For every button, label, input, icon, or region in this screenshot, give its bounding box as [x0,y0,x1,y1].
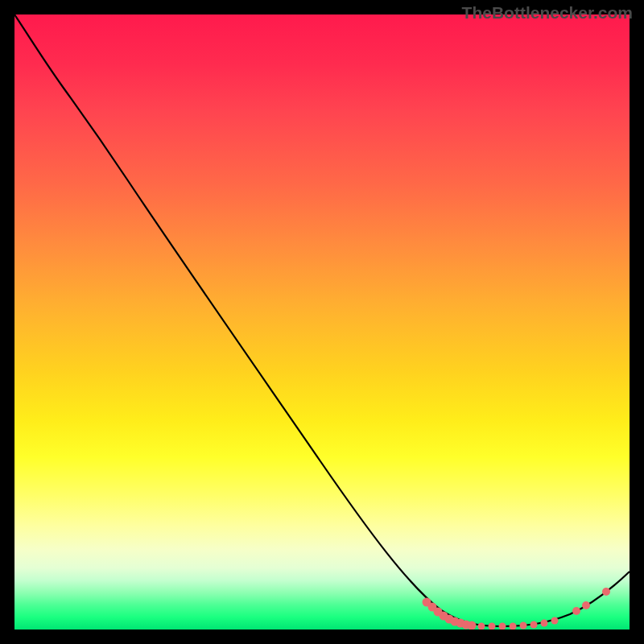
marker-cluster-left [423,598,477,630]
plot-area [14,14,630,630]
svg-point-16 [551,617,559,625]
svg-point-8 [468,621,477,630]
svg-point-18 [582,601,590,609]
svg-point-19 [602,588,610,596]
svg-point-17 [572,607,580,615]
bottleneck-curve [14,14,630,626]
marker-spaced [478,617,559,630]
svg-point-14 [530,621,538,629]
svg-point-15 [541,620,548,627]
svg-point-12 [510,623,517,630]
svg-point-9 [478,623,485,630]
svg-point-10 [489,623,496,630]
watermark-text: TheBottlenecker.com [462,3,633,23]
chart-svg [14,14,630,630]
marker-cluster-right [572,588,610,615]
svg-point-11 [499,623,506,630]
svg-point-13 [520,622,527,630]
